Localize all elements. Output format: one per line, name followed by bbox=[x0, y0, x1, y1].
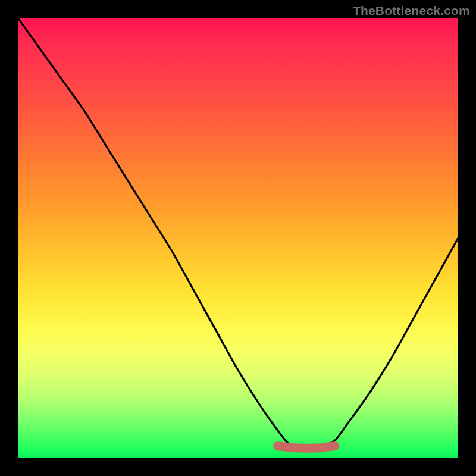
chart-svg bbox=[18, 18, 458, 458]
bottleneck-curve-path bbox=[18, 18, 458, 450]
watermark-text: TheBottleneck.com bbox=[353, 4, 470, 18]
flat-segment-outline bbox=[278, 446, 335, 449]
outer-black-frame: TheBottleneck.com bbox=[0, 0, 476, 476]
